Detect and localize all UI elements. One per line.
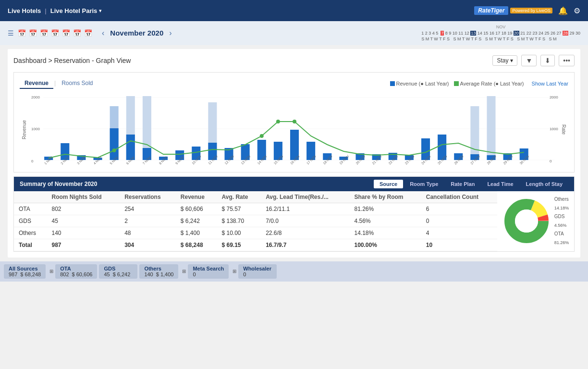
sum-tab-los[interactable]: Length of Stay xyxy=(520,180,568,188)
col-source xyxy=(14,191,47,203)
footer-tab-metasearch-vals: 0 xyxy=(193,271,224,277)
bar-5-lya xyxy=(110,106,119,128)
bell-icon[interactable]: 🔔 xyxy=(558,6,568,15)
gds-cancellations: 0 xyxy=(421,215,497,227)
svg-point-7 xyxy=(260,134,264,138)
cal-icon-day[interactable]: 📅 xyxy=(18,29,26,37)
col-share: Share % by Room xyxy=(349,191,421,203)
bar-28-ly xyxy=(487,96,495,160)
donut-labels: Others14.18% GDS4.56% OTA81.26% xyxy=(554,195,569,247)
footer-tab-metasearch[interactable]: Meta Search 0 xyxy=(188,264,229,279)
ota-reservations: 254 xyxy=(120,203,176,215)
y-axis-right-label: Rate xyxy=(559,93,568,166)
footer-tab-others-title: Others xyxy=(144,266,173,271)
footer-tab-gds-title: GDS xyxy=(104,266,133,271)
cal-icon-range[interactable]: 📅 xyxy=(73,29,81,37)
others-cancellations: 4 xyxy=(421,227,497,239)
summary-header: Summary of November 2020 Source Room Typ… xyxy=(14,177,574,191)
legend-revenue: Revenue (● Last Year) xyxy=(390,81,449,86)
rate-tiger-logo: RateTiger Powered by LiveOS xyxy=(474,6,552,15)
cal-icon-q[interactable]: 📅 xyxy=(51,29,59,37)
current-month-label: November 2020 xyxy=(110,29,163,37)
sum-tab-source[interactable]: Source xyxy=(374,180,403,188)
total-share: 100.00% xyxy=(349,239,421,251)
total-room-nights: 987 xyxy=(47,239,120,251)
show-last-year-btn[interactable]: Show Last Year xyxy=(532,81,568,86)
col-lead-time: Avg. Lead Time(Res./... xyxy=(261,191,349,203)
col-avg-rate: Avg. Rate xyxy=(217,191,261,203)
row-label-others: Others xyxy=(14,227,47,239)
chart-header: Revenue | Rooms Sold Revenue (● Last Yea… xyxy=(20,78,568,89)
table-row-gds: GDS 45 2 $ 6,242 $ 138.70 7/0.0 4.56% 0 xyxy=(14,215,497,227)
col-revenue: Revenue xyxy=(176,191,217,203)
ota-avg-rate: $ 75.57 xyxy=(217,203,261,215)
col-reservations: Reservations xyxy=(120,191,176,203)
footer-tab-wholesaler-title: Wholesaler xyxy=(243,266,272,271)
svg-text:1000: 1000 xyxy=(31,127,40,131)
chart-section: Revenue | Rooms Sold Revenue (● Last Yea… xyxy=(13,72,575,172)
footer-tab-others[interactable]: Others 140 $ 1,400 xyxy=(139,264,178,279)
month-nav: ‹ November 2020 › xyxy=(100,29,174,37)
hotel-selector[interactable]: Live Hotel Paris ▾ xyxy=(50,7,102,14)
footer-tab-wholesaler[interactable]: Wholesaler 0 xyxy=(238,264,277,279)
donut-label-gds: GDS4.56% xyxy=(554,212,569,230)
download-button[interactable]: ⬇ xyxy=(540,55,555,66)
bar-chart-svg: 2000 1000 0 xyxy=(29,93,559,165)
nav-left: Live Hotels | Live Hotel Paris ▾ xyxy=(8,7,102,14)
nav-right: RateTiger Powered by LiveOS 🔔 ⚙ xyxy=(474,6,580,15)
bar-6-lya xyxy=(126,96,135,135)
svg-point-9 xyxy=(293,120,296,123)
footer-tab-allsources-vals: 987 $ 68,248 xyxy=(9,271,41,277)
footer-tab-expand-metasearch[interactable]: ⊞ xyxy=(233,269,236,274)
gds-share: 4.56% xyxy=(349,215,421,227)
filter-button[interactable]: ▼ xyxy=(521,55,537,66)
gds-avg-rate: $ 138.70 xyxy=(217,215,261,227)
col-cancellations: Cancellation Count xyxy=(421,191,497,203)
legend-revenue-label: Revenue (● Last Year) xyxy=(396,81,449,86)
total-revenue: $ 68,248 xyxy=(176,239,217,251)
summary-table: Room Nights Sold Reservations Revenue Av… xyxy=(14,191,497,251)
others-lead-time: 22.6/8 xyxy=(261,227,349,239)
menu-icon[interactable]: ☰ xyxy=(8,29,14,37)
legend-avgrate-box xyxy=(454,81,459,86)
cal-icon-custom[interactable]: 📅 xyxy=(84,29,92,37)
cal-icon-y[interactable]: 📅 xyxy=(62,29,70,37)
footer-tab-expand-others[interactable]: ⊞ xyxy=(182,269,186,274)
cal-icon-week[interactable]: 📅 xyxy=(29,29,37,37)
sum-tab-rateplan[interactable]: Rate Plan xyxy=(445,180,480,188)
chart-tabs: Revenue | Rooms Sold xyxy=(20,78,98,89)
footer-tab-allsources[interactable]: All Sources 987 $ 68,248 xyxy=(4,264,46,279)
next-month-btn[interactable]: › xyxy=(167,29,173,37)
prev-month-btn[interactable]: ‹ xyxy=(100,29,106,37)
svg-text:2000: 2000 xyxy=(550,95,558,99)
hotel-name: Live Hotel Paris xyxy=(50,7,98,14)
summary-section: Summary of November 2020 Source Room Typ… xyxy=(13,176,575,252)
legend-avg-rate: Average Rate (● Last Year) xyxy=(454,81,524,86)
stay-select[interactable]: Stay ▾ xyxy=(492,55,517,66)
tab-rooms-sold[interactable]: Rooms Sold xyxy=(57,78,98,89)
sum-tab-roomtype[interactable]: Room Type xyxy=(404,180,444,188)
footer-tab-ota-title: OTA xyxy=(60,266,92,271)
breadcrumb-controls: Stay ▾ ▼ ⬇ ••• xyxy=(492,55,575,66)
top-nav: Live Hotels | Live Hotel Paris ▾ RateTig… xyxy=(0,0,588,21)
settings-icon[interactable]: ⚙ xyxy=(574,6,580,15)
gds-reservations: 2 xyxy=(120,215,176,227)
footer-tab-gds[interactable]: GDS 45 $ 6,242 xyxy=(99,264,137,279)
sum-tab-leadtime[interactable]: Lead Time xyxy=(481,180,519,188)
row-label-total: Total xyxy=(14,239,47,251)
footer-tab-allsources-title: All Sources xyxy=(9,266,41,271)
more-button[interactable]: ••• xyxy=(559,55,575,66)
summary-title: Summary of November 2020 xyxy=(20,181,374,187)
tab-revenue[interactable]: Revenue xyxy=(20,78,53,89)
bar-27-ly xyxy=(470,106,479,160)
ota-cancellations: 6 xyxy=(421,203,497,215)
footer-tab-expand-allsources[interactable]: ⊞ xyxy=(49,269,53,274)
legend-revenue-box xyxy=(390,81,395,86)
table-row-ota: OTA 802 254 $ 60,606 $ 75.57 16.2/11.1 8… xyxy=(14,203,497,215)
gds-room-nights: 45 xyxy=(47,215,120,227)
footer-tab-ota[interactable]: OTA 802 $ 60,606 xyxy=(55,264,97,279)
donut-chart-container: Others14.18% GDS4.56% OTA81.26% xyxy=(497,191,574,251)
cal-icon-month[interactable]: 📅 xyxy=(40,29,48,37)
ota-lead-time: 16.2/11.1 xyxy=(261,203,349,215)
total-avg-rate: $ 69.15 xyxy=(217,239,261,251)
